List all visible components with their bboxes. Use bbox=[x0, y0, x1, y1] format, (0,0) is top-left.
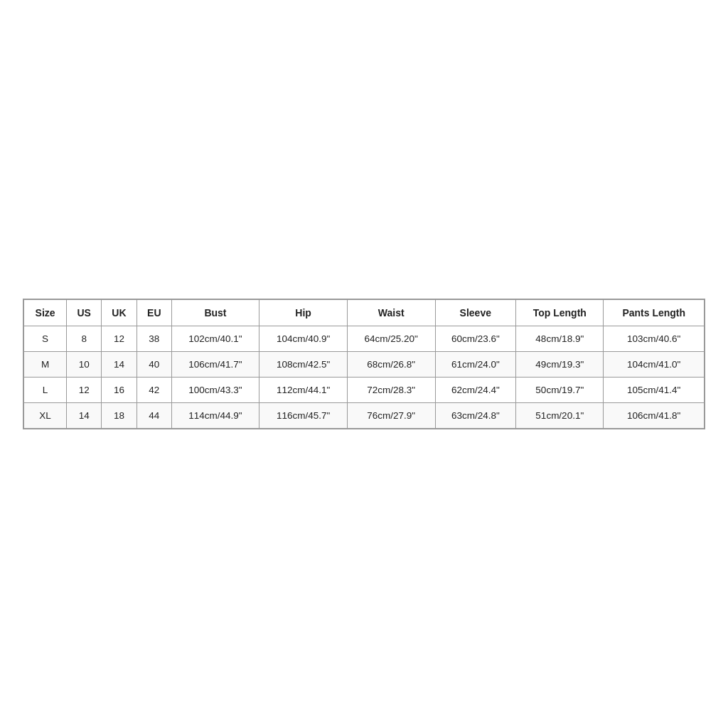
header-bust: Bust bbox=[171, 300, 259, 326]
cell-size: S bbox=[24, 326, 67, 352]
header-size: Size bbox=[24, 300, 67, 326]
cell-uk: 16 bbox=[102, 378, 137, 403]
cell-pants_length: 103cm/40.6" bbox=[604, 326, 705, 352]
cell-us: 14 bbox=[67, 403, 102, 429]
cell-top_length: 51cm/20.1" bbox=[516, 403, 604, 429]
cell-waist: 76cm/27.9" bbox=[347, 403, 435, 429]
cell-top_length: 50cm/19.7" bbox=[516, 378, 604, 403]
cell-eu: 44 bbox=[136, 403, 171, 429]
cell-top_length: 49cm/19.3" bbox=[516, 352, 604, 378]
cell-size: L bbox=[24, 378, 67, 403]
cell-eu: 40 bbox=[136, 352, 171, 378]
cell-hip: 116cm/45.7" bbox=[259, 403, 348, 429]
cell-eu: 38 bbox=[136, 326, 171, 352]
cell-hip: 104cm/40.9" bbox=[259, 326, 348, 352]
cell-size: M bbox=[24, 352, 67, 378]
header-top-length: Top Length bbox=[516, 300, 604, 326]
cell-us: 10 bbox=[67, 352, 102, 378]
cell-size: XL bbox=[24, 403, 67, 429]
cell-hip: 112cm/44.1" bbox=[259, 378, 348, 403]
cell-sleeve: 63cm/24.8" bbox=[435, 403, 516, 429]
size-chart-container: Size US UK EU Bust Hip Waist Sleeve Top … bbox=[23, 299, 705, 429]
header-eu: EU bbox=[136, 300, 171, 326]
table-row: S81238102cm/40.1"104cm/40.9"64cm/25.20"6… bbox=[24, 326, 705, 352]
cell-waist: 72cm/28.3" bbox=[347, 378, 435, 403]
cell-us: 12 bbox=[67, 378, 102, 403]
cell-uk: 14 bbox=[102, 352, 137, 378]
cell-pants_length: 105cm/41.4" bbox=[604, 378, 705, 403]
size-chart-table: Size US UK EU Bust Hip Waist Sleeve Top … bbox=[23, 299, 705, 429]
cell-sleeve: 61cm/24.0" bbox=[435, 352, 516, 378]
header-us: US bbox=[67, 300, 102, 326]
cell-uk: 18 bbox=[102, 403, 137, 429]
table-header-row: Size US UK EU Bust Hip Waist Sleeve Top … bbox=[24, 300, 705, 326]
cell-waist: 64cm/25.20" bbox=[347, 326, 435, 352]
cell-eu: 42 bbox=[136, 378, 171, 403]
header-sleeve: Sleeve bbox=[435, 300, 516, 326]
header-hip: Hip bbox=[259, 300, 348, 326]
header-uk: UK bbox=[102, 300, 137, 326]
cell-bust: 114cm/44.9" bbox=[171, 403, 259, 429]
cell-waist: 68cm/26.8" bbox=[347, 352, 435, 378]
cell-pants_length: 104cm/41.0" bbox=[604, 352, 705, 378]
table-row: L121642100cm/43.3"112cm/44.1"72cm/28.3"6… bbox=[24, 378, 705, 403]
cell-bust: 106cm/41.7" bbox=[171, 352, 259, 378]
cell-bust: 100cm/43.3" bbox=[171, 378, 259, 403]
header-pants-length: Pants Length bbox=[604, 300, 705, 326]
table-row: M101440106cm/41.7"108cm/42.5"68cm/26.8"6… bbox=[24, 352, 705, 378]
header-waist: Waist bbox=[347, 300, 435, 326]
cell-sleeve: 60cm/23.6" bbox=[435, 326, 516, 352]
cell-sleeve: 62cm/24.4" bbox=[435, 378, 516, 403]
cell-pants_length: 106cm/41.8" bbox=[604, 403, 705, 429]
cell-bust: 102cm/40.1" bbox=[171, 326, 259, 352]
cell-uk: 12 bbox=[102, 326, 137, 352]
cell-us: 8 bbox=[67, 326, 102, 352]
table-row: XL141844114cm/44.9"116cm/45.7"76cm/27.9"… bbox=[24, 403, 705, 429]
cell-top_length: 48cm/18.9" bbox=[516, 326, 604, 352]
cell-hip: 108cm/42.5" bbox=[259, 352, 348, 378]
